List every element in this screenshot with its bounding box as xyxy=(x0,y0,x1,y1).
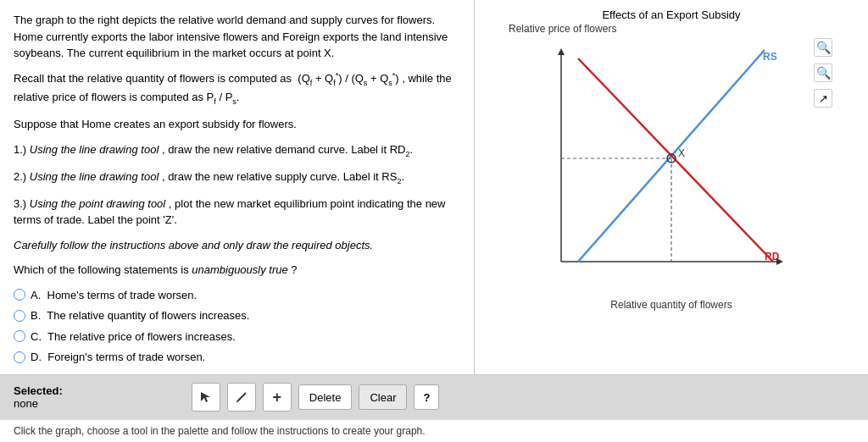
q3-label: 3.) xyxy=(14,197,26,210)
list-item[interactable]: B. The relative quantity of flowers incr… xyxy=(14,307,460,324)
right-panel: Effects of an Export Subsidy Relative pr… xyxy=(475,0,868,374)
q5-italic: unambiguously true xyxy=(192,263,287,276)
left-panel: The graph to the right depicts the relat… xyxy=(0,0,475,374)
q2-body: , draw the new relative supply curve. La… xyxy=(162,170,404,183)
option-b-label: B. The relative quantity of flowers incr… xyxy=(31,307,249,324)
selected-group: Selected: none xyxy=(14,384,66,410)
graph-title: Effects of an Export Subsidy xyxy=(602,8,740,21)
search-icon-btn[interactable]: 🔍 xyxy=(814,38,832,57)
q1-text: 1.) Using the line drawing tool , draw t… xyxy=(14,141,460,160)
delete-button[interactable]: Delete xyxy=(298,384,353,410)
recall-prefix: Recall that the relative quantity of flo… xyxy=(14,72,292,85)
footer: Click the graph, choose a tool in the pa… xyxy=(0,419,868,442)
q3-tool: Using the point drawing tool xyxy=(30,197,165,210)
option-b-radio[interactable] xyxy=(14,310,25,322)
careful-text: Carefully follow the instructions above … xyxy=(14,237,460,254)
zoom-icon-btn[interactable]: 🔍 xyxy=(814,64,832,82)
pencil-tool-btn[interactable] xyxy=(227,383,256,412)
q2-label: 2.) xyxy=(14,170,26,183)
pointer-tool-btn[interactable] xyxy=(192,383,220,412)
footer-text: Click the graph, choose a tool in the pa… xyxy=(14,425,426,437)
svg-line-10 xyxy=(236,401,237,402)
q3-text: 3.) Using the point drawing tool , plot … xyxy=(14,196,460,229)
q2-text: 2.) Using the line drawing tool , draw t… xyxy=(14,169,460,187)
pencil-icon xyxy=(235,390,248,404)
x-point-label: X xyxy=(678,147,685,159)
graph-svg: RS RD X xyxy=(536,41,790,287)
list-item[interactable]: A. Home's terms of trade worsen. xyxy=(14,287,460,304)
svg-marker-7 xyxy=(776,258,783,265)
export-icon-btn[interactable]: ↗ xyxy=(814,89,832,108)
q5-prefix: Which of the following statements is xyxy=(14,263,192,276)
answer-options: A. Home's terms of trade worsen. B. The … xyxy=(14,287,460,366)
graph-area[interactable]: RS RD X xyxy=(536,41,807,296)
option-a-radio[interactable] xyxy=(14,289,25,301)
graph-y-label: Relative price of flowers xyxy=(509,23,616,35)
help-button[interactable]: ? xyxy=(414,384,439,410)
option-c-label: C. The relative price of flowers increas… xyxy=(31,329,236,345)
selected-label: Selected: xyxy=(14,384,63,397)
q2-tool: Using the line drawing tool xyxy=(30,170,159,183)
option-a-label: A. Home's terms of trade worsen. xyxy=(31,287,197,304)
pointer-icon xyxy=(199,390,213,404)
suppose-text: Suppose that Home creates an export subs… xyxy=(14,116,460,133)
rs-label: RS xyxy=(763,51,777,63)
selected-value: none xyxy=(14,397,66,410)
clear-button[interactable]: Clear xyxy=(359,384,407,410)
option-d-radio[interactable] xyxy=(14,351,25,363)
q1-label: 1.) xyxy=(14,143,26,156)
graph-icon-buttons: 🔍 🔍 ↗ xyxy=(814,38,832,108)
recall-text: Recall that the relative quantity of flo… xyxy=(14,70,460,108)
formula: (Qf + Qf*) / (Qs + Qs*) xyxy=(295,72,403,85)
q1-tool: Using the line drawing tool xyxy=(30,143,159,156)
q1-body: , draw the new relative demand curve. La… xyxy=(162,143,413,156)
option-d-label: D. Foreign's terms of trade worsen. xyxy=(31,349,205,366)
x-axis-label: Relative quantity of flowers xyxy=(536,299,807,311)
q5-suffix: ? xyxy=(291,263,297,276)
list-item[interactable]: D. Foreign's terms of trade worsen. xyxy=(14,349,460,366)
question-text: Which of the following statements is una… xyxy=(14,262,460,279)
svg-marker-6 xyxy=(558,48,565,55)
plus-tool-btn[interactable]: + xyxy=(263,383,292,412)
option-c-radio[interactable] xyxy=(14,330,25,342)
svg-line-9 xyxy=(237,393,246,401)
intro-text: The graph to the right depicts the relat… xyxy=(14,12,460,62)
list-item[interactable]: C. The relative price of flowers increas… xyxy=(14,329,460,345)
toolbar: Selected: none + Delete Clear ? xyxy=(0,375,868,419)
svg-marker-8 xyxy=(201,392,210,402)
